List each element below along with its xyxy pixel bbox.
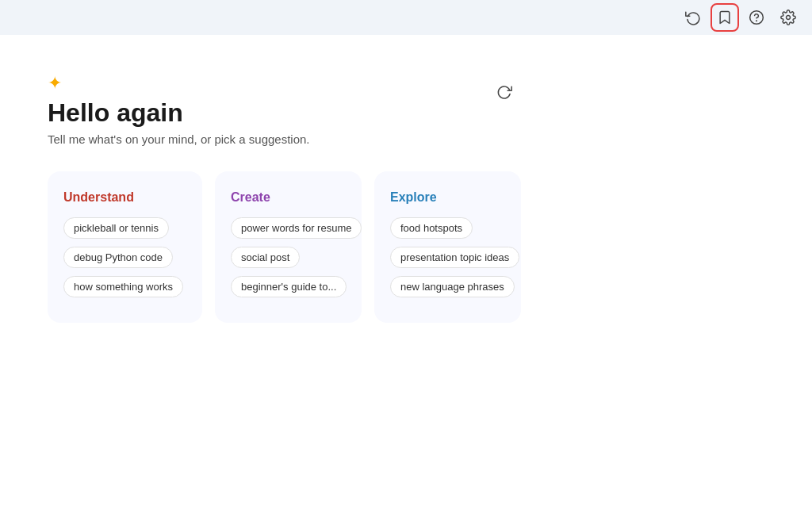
chip-language-phrases[interactable]: new language phrases	[390, 276, 515, 297]
understand-chips: pickleball or tennis debug Python code h…	[63, 217, 186, 304]
chip-food-hotspots[interactable]: food hotspots	[390, 217, 473, 239]
create-card-title: Create	[231, 190, 346, 205]
explore-card-title: Explore	[390, 190, 505, 205]
greeting-subtitle: Tell me what's on your mind, or pick a s…	[48, 132, 764, 146]
chip-beginners-guide[interactable]: beginner's guide to...	[231, 276, 347, 297]
history-icon	[685, 10, 701, 25]
chip-social-post[interactable]: social post	[231, 247, 300, 268]
create-chips: power words for resume social post begin…	[231, 217, 346, 304]
understand-card: Understand pickleball or tennis debug Py…	[48, 171, 202, 323]
refresh-icon	[496, 84, 512, 100]
greeting-title: Hello again	[48, 98, 764, 128]
settings-icon	[780, 10, 796, 25]
settings-button[interactable]	[774, 3, 802, 32]
refresh-button[interactable]	[492, 79, 517, 105]
sparkle-icon: ✦	[48, 73, 764, 94]
create-card: Create power words for resume social pos…	[215, 171, 362, 323]
bookmark-icon	[717, 10, 733, 25]
chip-power-words[interactable]: power words for resume	[231, 217, 362, 239]
help-button[interactable]	[742, 3, 771, 32]
topbar	[0, 0, 812, 35]
svg-point-0	[750, 11, 764, 25]
main-content: ✦ Hello again Tell me what's on your min…	[0, 35, 812, 529]
explore-chips: food hotspots presentation topic ideas n…	[390, 217, 505, 304]
explore-card: Explore food hotspots presentation topic…	[374, 171, 521, 323]
chip-pickleball[interactable]: pickleball or tennis	[63, 217, 169, 239]
history-button[interactable]	[679, 3, 707, 32]
help-icon	[749, 10, 764, 25]
understand-card-title: Understand	[63, 190, 186, 205]
cards-row: Understand pickleball or tennis debug Py…	[48, 171, 764, 323]
chip-debug-python[interactable]: debug Python code	[63, 247, 173, 268]
svg-point-2	[787, 16, 791, 20]
chip-presentation-topics[interactable]: presentation topic ideas	[390, 247, 519, 268]
bookmark-button[interactable]	[710, 3, 739, 32]
chip-how-something[interactable]: how something works	[63, 276, 183, 297]
